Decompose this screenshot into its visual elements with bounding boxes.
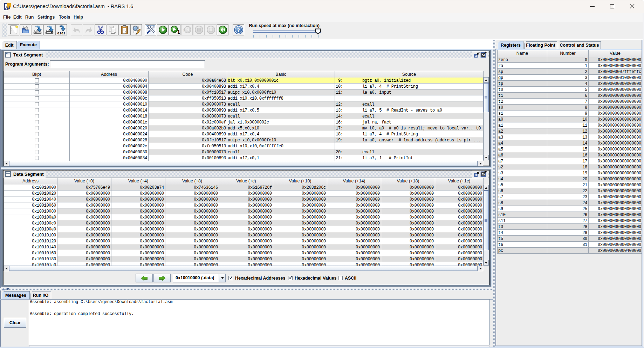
svg-text:0101: 0101 bbox=[57, 32, 65, 35]
svg-text:1: 1 bbox=[177, 29, 180, 35]
svg-text:1: 1 bbox=[183, 28, 185, 33]
svg-text:?: ? bbox=[237, 27, 240, 33]
